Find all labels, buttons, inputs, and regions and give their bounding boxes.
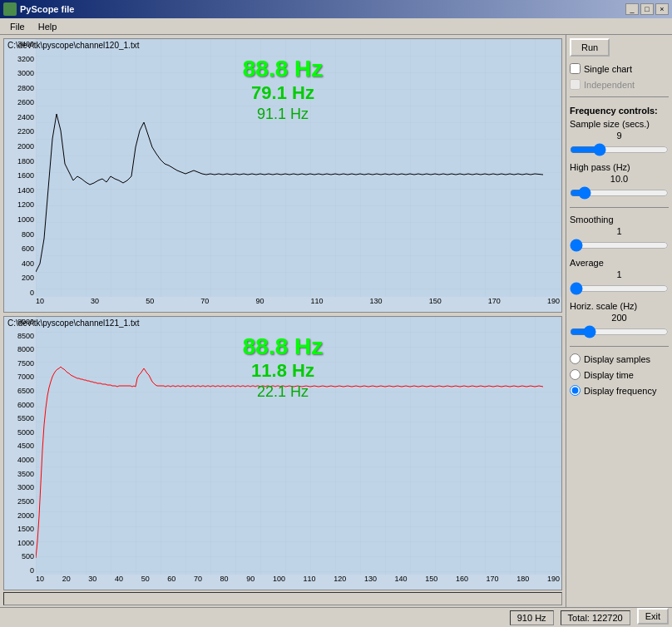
x-label: 140 (395, 575, 408, 588)
high-pass-slider[interactable] (570, 187, 669, 199)
high-pass-value: 10.0 (570, 174, 669, 184)
scroll-bar[interactable] (3, 592, 562, 605)
y-label: 7000 (4, 373, 34, 381)
chart-top-freq-3: 91.1 Hz (257, 106, 309, 123)
maximize-button[interactable]: □ (640, 3, 654, 15)
x-label: 30 (88, 575, 96, 588)
x-label: 50 (146, 297, 154, 310)
x-label: 190 (547, 297, 560, 310)
menu-bar: File Help (0, 18, 672, 35)
y-label: 3200 (4, 56, 34, 63)
chart-top: C:\dev\tk\pyscope\channel120_1.txt 3400 … (3, 38, 562, 313)
x-label: 80 (220, 575, 229, 588)
menu-help[interactable]: Help (32, 20, 64, 33)
y-label: 1800 (4, 158, 34, 165)
horiz-scale-label: Horiz. scale (Hz) (570, 301, 669, 311)
divider-3 (570, 346, 669, 347)
high-pass-label: High pass (Hz) (570, 162, 669, 172)
chart-bottom-y-axis: 9000 8500 8000 7500 7000 6500 6000 5500 … (4, 317, 36, 575)
horiz-scale-value: 200 (570, 313, 669, 323)
y-label: 2400 (4, 114, 34, 121)
x-label: 50 (141, 575, 150, 588)
display-frequency-row: Display frequency (570, 385, 669, 396)
minimize-button[interactable]: _ (625, 3, 639, 15)
single-chart-checkbox[interactable] (570, 63, 581, 74)
single-chart-label: Single chart (584, 64, 632, 74)
independent-label: Independent (584, 80, 635, 90)
status-rate: 910 Hz (510, 610, 554, 625)
y-label: 0 (4, 567, 34, 575)
x-label: 30 (91, 297, 99, 310)
x-label: 100 (273, 575, 285, 588)
chart-top-x-axis: 10 30 50 70 90 110 130 150 170 190 (36, 297, 560, 310)
x-label: 60 (167, 575, 175, 588)
divider-1 (570, 96, 669, 97)
sample-size-slider[interactable] (570, 144, 669, 156)
y-label: 8500 (4, 333, 34, 340)
y-label: 2800 (4, 85, 34, 92)
x-label: 110 (304, 575, 316, 588)
independent-checkbox[interactable] (570, 79, 581, 90)
y-label: 2000 (4, 512, 34, 520)
y-label: 2600 (4, 99, 34, 106)
x-label: 130 (370, 297, 383, 310)
y-label: 2000 (4, 143, 34, 151)
display-time-label: Display time (584, 370, 634, 380)
smoothing-label: Smoothing (570, 215, 669, 225)
x-label: 170 (487, 575, 499, 588)
chart-top-freq-2: 79.1 Hz (251, 82, 314, 104)
y-label: 7500 (4, 360, 34, 368)
app-icon (3, 2, 17, 16)
y-label: 5500 (4, 415, 34, 422)
y-label: 200 (4, 274, 34, 282)
display-frequency-radio[interactable] (570, 385, 581, 396)
close-button[interactable]: × (655, 3, 669, 15)
x-label: 70 (194, 575, 202, 588)
average-slider-container (570, 283, 669, 296)
display-frequency-label: Display frequency (584, 386, 656, 396)
x-label: 90 (255, 297, 264, 310)
y-label: 6500 (4, 388, 34, 395)
divider-2 (570, 207, 669, 208)
menu-file[interactable]: File (3, 20, 32, 33)
chart-top-freq-main: 88.8 Hz (243, 56, 324, 82)
chart-bottom-title: C:\dev\tk\pyscope\channel121_1.txt (7, 318, 139, 328)
chart-bottom-freq-3: 22.1 Hz (257, 383, 309, 401)
chart-bottom-x-axis: 10 20 30 40 50 60 70 80 90 100 110 120 1… (36, 575, 560, 588)
status-bar: 910 Hz Total: 122720 Exit (0, 607, 672, 627)
sample-size-slider-container (570, 144, 669, 157)
x-label: 160 (456, 575, 468, 588)
x-label: 20 (62, 575, 71, 588)
x-label: 10 (36, 297, 44, 310)
title-bar: PyScope file _ □ × (0, 0, 672, 18)
chart-bottom: C:\dev\tk\pyscope\channel121_1.txt 9000 … (3, 316, 562, 590)
chart-bottom-freq-main: 88.8 Hz (243, 333, 324, 360)
x-label: 110 (310, 297, 323, 310)
charts-area: C:\dev\tk\pyscope\channel120_1.txt 3400 … (0, 35, 566, 607)
display-samples-radio[interactable] (570, 353, 581, 364)
smoothing-slider[interactable] (570, 239, 669, 251)
x-label: 90 (246, 575, 254, 588)
average-slider[interactable] (570, 283, 669, 294)
smoothing-slider-container (570, 239, 669, 253)
x-label: 120 (334, 575, 346, 588)
x-label: 180 (516, 575, 529, 588)
smoothing-value: 1 (570, 226, 669, 236)
y-label: 800 (4, 231, 34, 239)
y-label: 2200 (4, 128, 34, 136)
x-label: 150 (425, 575, 437, 588)
y-label: 0 (4, 289, 34, 297)
x-label: 40 (115, 575, 123, 588)
y-label: 1000 (4, 540, 34, 547)
y-label: 8000 (4, 346, 34, 353)
y-label: 1500 (4, 526, 34, 533)
title-buttons[interactable]: _ □ × (625, 3, 669, 15)
horiz-scale-slider[interactable] (570, 326, 669, 338)
x-label: 10 (36, 575, 44, 588)
y-label: 3500 (4, 471, 34, 478)
run-button[interactable]: Run (570, 38, 610, 57)
exit-button[interactable]: Exit (637, 608, 669, 625)
y-label: 500 (4, 553, 34, 560)
x-label: 170 (488, 297, 501, 310)
display-time-radio[interactable] (570, 369, 581, 380)
